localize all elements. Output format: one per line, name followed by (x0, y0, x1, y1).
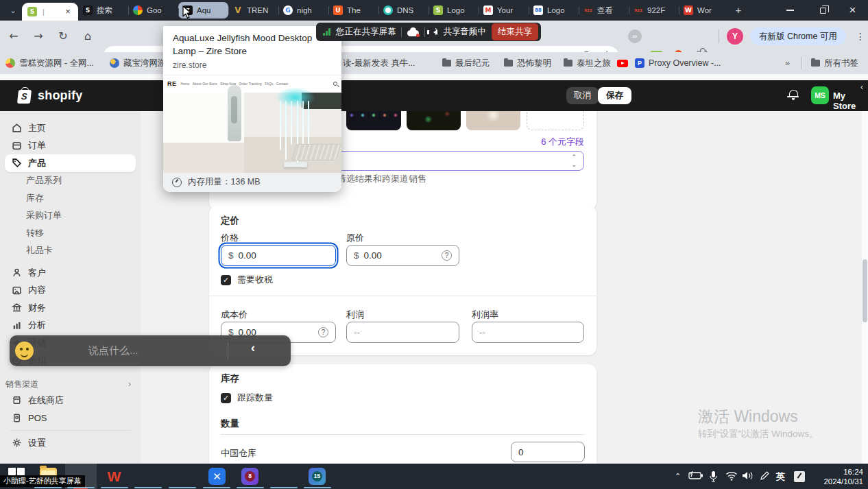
checkbox-checked-icon[interactable]: ✓ (221, 393, 231, 403)
photo-keyboard (291, 144, 341, 160)
tab-google[interactable]: Goo (128, 0, 178, 21)
tab-night[interactable]: Gnigh (278, 0, 328, 21)
media-thumbnail[interactable] (346, 111, 401, 130)
sidebar-item-products-active[interactable]: 产品 (5, 154, 136, 172)
tab-922[interactable]: 922922F (629, 0, 679, 21)
scrollbar-thumb[interactable] (863, 259, 867, 322)
bookmark-item[interactable]: 雪糕资源网 - 全网... (5, 52, 94, 74)
browser-menu-icon[interactable]: ⋮ (856, 28, 865, 45)
sidebar-item-inventory[interactable]: 库存 (5, 189, 136, 207)
cancel-button[interactable]: 取消 (566, 87, 599, 104)
collapse-chevron-icon[interactable]: ‹ (860, 82, 863, 92)
sidebar-item-analytics[interactable]: 分析 (5, 317, 136, 335)
screenshare-chat-overlay[interactable]: 说点什么... ‹ (10, 335, 291, 366)
thunder-x-icon[interactable]: ✕ (208, 468, 226, 485)
bookmark-proxy[interactable]: PProxy Overview -... (635, 52, 721, 74)
sidebar-item-orders[interactable]: 订单 (5, 137, 136, 155)
save-button[interactable]: 保存 (598, 87, 631, 104)
sidebar-item-online-store[interactable]: 在线商店 (5, 392, 136, 409)
tray-app-icon[interactable] (794, 471, 805, 482)
price-label: 价格 (221, 232, 239, 244)
bookmark-item[interactable]: 藏宝湾网游 (110, 52, 167, 74)
window-minimize-button[interactable] (775, 0, 806, 21)
tab-logo-shopify[interactable]: SLogo (429, 0, 479, 21)
metafields-link[interactable]: 6 个元字段 (541, 136, 584, 148)
sidebar-item-pos[interactable]: POS (5, 409, 136, 427)
bookmark-youtube[interactable] (617, 52, 628, 74)
media-thumbnail[interactable] (407, 111, 461, 130)
link-extension-icon[interactable]: ∞ (628, 29, 642, 43)
help-icon[interactable]: ? (442, 250, 452, 261)
stop-sharing-button[interactable]: 结束共享 (492, 23, 538, 40)
taskbar-clock[interactable]: 16:24 2024/10/31 (823, 467, 863, 487)
notifications-bell-icon[interactable] (787, 88, 799, 101)
smiley-icon[interactable] (15, 342, 34, 360)
sidebar-item-content[interactable]: 内容 (5, 282, 136, 300)
sidebar-item-collections[interactable]: 产品系列 (5, 172, 136, 190)
bookmark-folder[interactable]: 恐怖黎明 (504, 52, 551, 74)
bookmarks-overflow-icon[interactable]: » (785, 52, 790, 74)
store-name[interactable]: My Store (833, 91, 868, 111)
window-close-button[interactable] (837, 0, 868, 21)
sidebar-item-purchase-orders[interactable]: 采购订单 (5, 207, 136, 225)
bookmark-item[interactable]: 读-最新发表 真牛... (343, 52, 415, 74)
bookmark-folder[interactable]: 泰坦之旅 (564, 52, 611, 74)
gold-v-favicon: V (233, 5, 243, 15)
sidebar-item-customers[interactable]: 客户 (5, 264, 136, 282)
tray-expand-chevron[interactable]: ⌃ (675, 464, 681, 489)
sidebar-item-gift-cards[interactable]: 礼品卡 (5, 242, 136, 260)
forward-icon[interactable]: → (30, 28, 47, 45)
wps-office-icon[interactable]: W (106, 468, 123, 485)
meeting-app-icon[interactable]: 8 (241, 468, 258, 485)
store-avatar[interactable]: MS (811, 86, 829, 104)
tab-word[interactable]: WWor (679, 0, 729, 21)
speaker-icon[interactable] (742, 470, 754, 481)
profile-avatar[interactable]: Y (727, 28, 743, 45)
overlay-collapse-button[interactable]: ‹ (251, 341, 255, 355)
tab-logo-88[interactable]: 88Logo (529, 0, 579, 21)
home-icon[interactable]: ⌂ (80, 28, 96, 45)
back-icon[interactable]: ← (5, 28, 22, 45)
sidebar-item-transfers[interactable]: 转移 (5, 224, 136, 242)
new-tab-button[interactable]: + (731, 3, 746, 17)
running-indicator (304, 487, 331, 489)
windows-activation-subtext: 转到“设置”以激活 Windows。 (698, 428, 819, 440)
track-quantity-row[interactable]: ✓ 跟踪数量 (221, 392, 273, 404)
media-thumbnail[interactable] (466, 111, 520, 130)
tab-922-view[interactable]: 922查看 (579, 0, 629, 21)
tab-close-icon[interactable] (63, 7, 73, 16)
margin-input[interactable]: -- (472, 322, 584, 343)
checkbox-checked-icon[interactable]: ✓ (221, 275, 231, 285)
tab-search-chevron-icon[interactable] (5, 3, 21, 17)
tab-search-page[interactable]: S搜索 (78, 0, 128, 21)
price-input[interactable]: $ 0.00 (221, 245, 336, 266)
profit-input[interactable]: -- (346, 322, 459, 343)
chat-input-placeholder[interactable]: 说点什么... (88, 344, 138, 357)
battery-icon[interactable] (688, 470, 703, 480)
sidebar-item-settings[interactable]: 设置 (5, 434, 136, 452)
microphone-icon[interactable] (709, 470, 718, 482)
sidebar-item-home[interactable]: 主页 (5, 119, 136, 137)
active-tab[interactable]: S | (22, 3, 78, 21)
sales-channels-header[interactable]: 销售渠道 › (0, 377, 141, 392)
sidebar-item-finance[interactable]: 财务 (5, 299, 136, 317)
tab-dns[interactable]: DNS (378, 0, 429, 21)
add-media-box[interactable] (527, 111, 584, 130)
bookmark-folder[interactable]: 最后纪元 (442, 52, 490, 74)
reload-icon[interactable]: ↻ (55, 28, 71, 45)
window-maximize-button[interactable] (808, 0, 839, 21)
compare-price-input[interactable]: $ 0.00 ? (346, 245, 459, 266)
help-icon[interactable]: ? (318, 327, 328, 337)
charge-tax-row[interactable]: ✓ 需要收税 (221, 274, 273, 286)
tab-gmail[interactable]: MYour (479, 0, 529, 21)
input-language-indicator[interactable]: 英 (776, 464, 785, 489)
warehouse-quantity-input[interactable]: 0 (511, 442, 585, 462)
wifi-icon[interactable] (725, 470, 738, 481)
all-bookmarks-folder[interactable]: 所有书签 (811, 52, 858, 74)
tab-the[interactable]: UThe (328, 0, 378, 21)
tab-trend[interactable]: VTREN (228, 0, 278, 21)
active-tab-title: | (43, 8, 45, 16)
chrome-update-chip[interactable]: 有新版 Chrome 可用 (750, 27, 846, 45)
calendar-app-icon[interactable]: 15 (309, 468, 326, 485)
pen-icon[interactable] (760, 470, 770, 481)
